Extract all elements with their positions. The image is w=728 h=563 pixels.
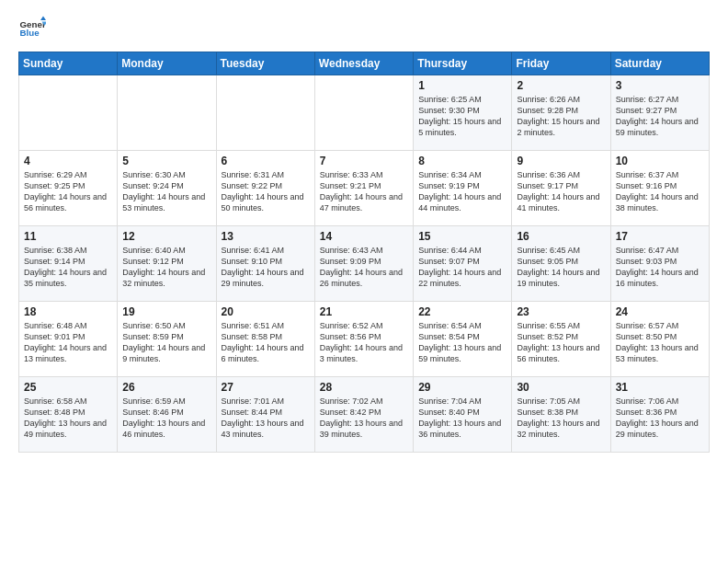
cell-content: Sunrise: 6:38 AM Sunset: 9:14 PM Dayligh… <box>24 245 112 290</box>
cell-5-7: 31Sunrise: 7:06 AM Sunset: 8:36 PM Dayli… <box>610 377 709 453</box>
cell-content: Sunrise: 6:27 AM Sunset: 9:27 PM Dayligh… <box>616 94 704 139</box>
cell-4-4: 21Sunrise: 6:52 AM Sunset: 8:56 PM Dayli… <box>314 302 413 377</box>
day-number: 29 <box>418 381 506 394</box>
day-number: 30 <box>517 381 605 394</box>
day-number: 23 <box>517 305 605 318</box>
cell-content: Sunrise: 6:36 AM Sunset: 9:17 PM Dayligh… <box>517 169 605 214</box>
week-row-1: 1Sunrise: 6:25 AM Sunset: 9:30 PM Daylig… <box>19 75 710 151</box>
cell-1-6: 2Sunrise: 6:26 AM Sunset: 9:28 PM Daylig… <box>512 75 610 151</box>
svg-marker-2 <box>40 17 46 21</box>
cell-4-3: 20Sunrise: 6:51 AM Sunset: 8:58 PM Dayli… <box>216 302 314 377</box>
cell-5-1: 25Sunrise: 6:58 AM Sunset: 8:48 PM Dayli… <box>19 377 118 453</box>
cell-content: Sunrise: 7:01 AM Sunset: 8:44 PM Dayligh… <box>222 396 310 441</box>
cell-3-6: 16Sunrise: 6:45 AM Sunset: 9:05 PM Dayli… <box>512 226 610 302</box>
day-number: 13 <box>222 230 310 243</box>
day-number: 10 <box>616 155 704 167</box>
day-number: 2 <box>517 79 605 92</box>
day-number: 1 <box>418 79 506 92</box>
calendar-header-row: SundayMondayTuesdayWednesdayThursdayFrid… <box>19 52 710 75</box>
cell-content: Sunrise: 6:40 AM Sunset: 9:12 PM Dayligh… <box>122 245 210 290</box>
cell-content: Sunrise: 6:54 AM Sunset: 8:54 PM Dayligh… <box>418 320 506 365</box>
cell-2-1: 4Sunrise: 6:29 AM Sunset: 9:25 PM Daylig… <box>19 151 118 226</box>
day-number: 11 <box>24 230 112 243</box>
cell-5-4: 28Sunrise: 7:02 AM Sunset: 8:42 PM Dayli… <box>314 377 413 453</box>
day-number: 28 <box>320 381 408 394</box>
week-row-3: 11Sunrise: 6:38 AM Sunset: 9:14 PM Dayli… <box>19 226 710 302</box>
header-wednesday: Wednesday <box>314 52 413 75</box>
cell-1-7: 3Sunrise: 6:27 AM Sunset: 9:27 PM Daylig… <box>610 75 709 151</box>
cell-content: Sunrise: 6:58 AM Sunset: 8:48 PM Dayligh… <box>24 396 112 441</box>
cell-1-2 <box>118 75 216 151</box>
cell-1-1 <box>19 75 118 151</box>
cell-content: Sunrise: 6:25 AM Sunset: 9:30 PM Dayligh… <box>418 94 506 139</box>
cell-content: Sunrise: 6:33 AM Sunset: 9:21 PM Dayligh… <box>320 169 408 214</box>
cell-content: Sunrise: 6:55 AM Sunset: 8:52 PM Dayligh… <box>517 320 605 365</box>
cell-5-2: 26Sunrise: 6:59 AM Sunset: 8:46 PM Dayli… <box>118 377 216 453</box>
cell-content: Sunrise: 6:30 AM Sunset: 9:24 PM Dayligh… <box>122 169 210 214</box>
cell-content: Sunrise: 6:43 AM Sunset: 9:09 PM Dayligh… <box>320 245 408 290</box>
day-number: 12 <box>122 230 210 243</box>
week-row-5: 25Sunrise: 6:58 AM Sunset: 8:48 PM Dayli… <box>19 377 710 453</box>
day-number: 22 <box>418 305 506 318</box>
cell-1-4 <box>314 75 413 151</box>
header-thursday: Thursday <box>414 52 512 75</box>
week-row-2: 4Sunrise: 6:29 AM Sunset: 9:25 PM Daylig… <box>19 151 710 226</box>
day-number: 20 <box>222 305 310 318</box>
cell-2-5: 8Sunrise: 6:34 AM Sunset: 9:19 PM Daylig… <box>414 151 512 226</box>
day-number: 6 <box>222 155 310 167</box>
header-saturday: Saturday <box>610 52 709 75</box>
day-number: 26 <box>122 381 210 394</box>
day-number: 4 <box>24 155 112 167</box>
cell-content: Sunrise: 7:06 AM Sunset: 8:36 PM Dayligh… <box>616 396 704 441</box>
cell-content: Sunrise: 6:44 AM Sunset: 9:07 PM Dayligh… <box>418 245 506 290</box>
cell-5-3: 27Sunrise: 7:01 AM Sunset: 8:44 PM Dayli… <box>216 377 314 453</box>
page-header: General Blue <box>18 15 710 42</box>
header-monday: Monday <box>118 52 216 75</box>
cell-content: Sunrise: 7:02 AM Sunset: 8:42 PM Dayligh… <box>320 396 408 441</box>
cell-content: Sunrise: 7:05 AM Sunset: 8:38 PM Dayligh… <box>517 396 605 441</box>
cell-content: Sunrise: 6:29 AM Sunset: 9:25 PM Dayligh… <box>24 169 112 214</box>
cell-content: Sunrise: 6:34 AM Sunset: 9:19 PM Dayligh… <box>418 169 506 214</box>
day-number: 15 <box>418 230 506 243</box>
cell-5-5: 29Sunrise: 7:04 AM Sunset: 8:40 PM Dayli… <box>414 377 512 453</box>
cell-3-1: 11Sunrise: 6:38 AM Sunset: 9:14 PM Dayli… <box>19 226 118 302</box>
cell-2-7: 10Sunrise: 6:37 AM Sunset: 9:16 PM Dayli… <box>610 151 709 226</box>
cell-content: Sunrise: 6:37 AM Sunset: 9:16 PM Dayligh… <box>616 169 704 214</box>
logo: General Blue <box>18 15 46 42</box>
day-number: 31 <box>616 381 704 394</box>
cell-4-2: 19Sunrise: 6:50 AM Sunset: 8:59 PM Dayli… <box>118 302 216 377</box>
day-number: 24 <box>616 305 704 318</box>
cell-2-6: 9Sunrise: 6:36 AM Sunset: 9:17 PM Daylig… <box>512 151 610 226</box>
cell-content: Sunrise: 6:47 AM Sunset: 9:03 PM Dayligh… <box>616 245 704 290</box>
cell-3-3: 13Sunrise: 6:41 AM Sunset: 9:10 PM Dayli… <box>216 226 314 302</box>
day-number: 19 <box>122 305 210 318</box>
calendar-table: SundayMondayTuesdayWednesdayThursdayFrid… <box>18 52 710 453</box>
week-row-4: 18Sunrise: 6:48 AM Sunset: 9:01 PM Dayli… <box>19 302 710 377</box>
day-number: 7 <box>320 155 408 167</box>
day-number: 18 <box>24 305 112 318</box>
cell-3-7: 17Sunrise: 6:47 AM Sunset: 9:03 PM Dayli… <box>610 226 709 302</box>
cell-4-5: 22Sunrise: 6:54 AM Sunset: 8:54 PM Dayli… <box>414 302 512 377</box>
cell-4-7: 24Sunrise: 6:57 AM Sunset: 8:50 PM Dayli… <box>610 302 709 377</box>
cell-content: Sunrise: 6:51 AM Sunset: 8:58 PM Dayligh… <box>222 320 310 365</box>
day-number: 25 <box>24 381 112 394</box>
day-number: 16 <box>517 230 605 243</box>
day-number: 17 <box>616 230 704 243</box>
cell-1-5: 1Sunrise: 6:25 AM Sunset: 9:30 PM Daylig… <box>414 75 512 151</box>
header-friday: Friday <box>512 52 610 75</box>
cell-3-4: 14Sunrise: 6:43 AM Sunset: 9:09 PM Dayli… <box>314 226 413 302</box>
day-number: 9 <box>517 155 605 167</box>
cell-content: Sunrise: 6:31 AM Sunset: 9:22 PM Dayligh… <box>222 169 310 214</box>
svg-text:Blue: Blue <box>20 28 40 38</box>
cell-content: Sunrise: 6:41 AM Sunset: 9:10 PM Dayligh… <box>222 245 310 290</box>
cell-2-2: 5Sunrise: 6:30 AM Sunset: 9:24 PM Daylig… <box>118 151 216 226</box>
day-number: 5 <box>122 155 210 167</box>
cell-content: Sunrise: 7:04 AM Sunset: 8:40 PM Dayligh… <box>418 396 506 441</box>
cell-1-3 <box>216 75 314 151</box>
cell-content: Sunrise: 6:48 AM Sunset: 9:01 PM Dayligh… <box>24 320 112 365</box>
cell-5-6: 30Sunrise: 7:05 AM Sunset: 8:38 PM Dayli… <box>512 377 610 453</box>
day-number: 14 <box>320 230 408 243</box>
cell-2-4: 7Sunrise: 6:33 AM Sunset: 9:21 PM Daylig… <box>314 151 413 226</box>
header-tuesday: Tuesday <box>216 52 314 75</box>
cell-3-2: 12Sunrise: 6:40 AM Sunset: 9:12 PM Dayli… <box>118 226 216 302</box>
